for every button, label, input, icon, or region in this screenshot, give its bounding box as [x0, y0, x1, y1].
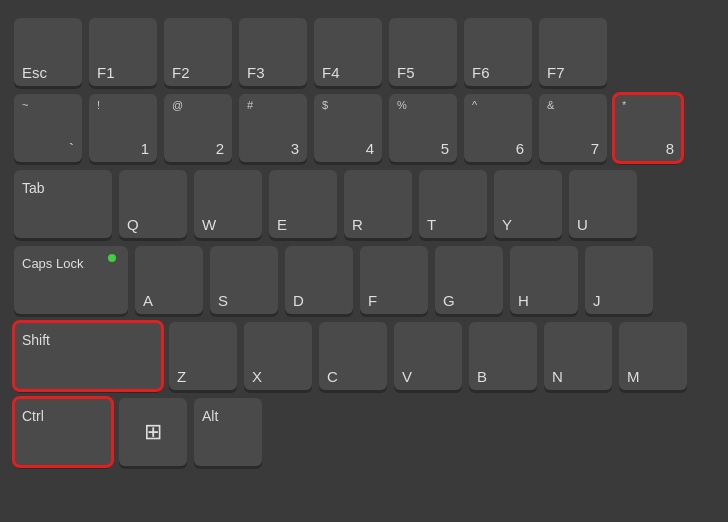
- key-q[interactable]: Q: [119, 170, 187, 238]
- key-w[interactable]: W: [194, 170, 262, 238]
- key-f4[interactable]: F4: [314, 18, 382, 86]
- key-capslock[interactable]: Caps Lock: [14, 246, 128, 314]
- key-f1[interactable]: F1: [89, 18, 157, 86]
- key-alt[interactable]: Alt: [194, 398, 262, 466]
- key-y[interactable]: Y: [494, 170, 562, 238]
- key-6[interactable]: ^ 6: [464, 94, 532, 162]
- key-j[interactable]: J: [585, 246, 653, 314]
- key-1[interactable]: ! 1: [89, 94, 157, 162]
- key-f5[interactable]: F5: [389, 18, 457, 86]
- caps-lock-indicator: [108, 254, 116, 262]
- key-g[interactable]: G: [435, 246, 503, 314]
- key-5[interactable]: % 5: [389, 94, 457, 162]
- key-v[interactable]: V: [394, 322, 462, 390]
- key-x[interactable]: X: [244, 322, 312, 390]
- key-3[interactable]: # 3: [239, 94, 307, 162]
- key-c[interactable]: C: [319, 322, 387, 390]
- key-r[interactable]: R: [344, 170, 412, 238]
- key-u[interactable]: U: [569, 170, 637, 238]
- asdf-row: Caps Lock A S D F G H J: [14, 246, 714, 314]
- key-d[interactable]: D: [285, 246, 353, 314]
- key-f[interactable]: F: [360, 246, 428, 314]
- function-row: Esc F1 F2 F3 F4 F5 F6 F7: [14, 18, 714, 86]
- key-f3[interactable]: F3: [239, 18, 307, 86]
- key-tab[interactable]: Tab: [14, 170, 112, 238]
- key-m[interactable]: M: [619, 322, 687, 390]
- keyboard: Esc F1 F2 F3 F4 F5 F6 F7 ~ ` ! 1: [0, 0, 728, 522]
- key-z[interactable]: Z: [169, 322, 237, 390]
- zxcv-row: Shift Z X C V B N M: [14, 322, 714, 390]
- number-row: ~ ` ! 1 @ 2 # 3 $ 4 % 5 ^ 6 & 7: [14, 94, 714, 162]
- qwerty-row: Tab Q W E R T Y U: [14, 170, 714, 238]
- key-esc[interactable]: Esc: [14, 18, 82, 86]
- bottom-row: Ctrl ⊞ Alt: [14, 398, 714, 466]
- key-2[interactable]: @ 2: [164, 94, 232, 162]
- key-t[interactable]: T: [419, 170, 487, 238]
- key-h[interactable]: H: [510, 246, 578, 314]
- key-f7[interactable]: F7: [539, 18, 607, 86]
- key-e[interactable]: E: [269, 170, 337, 238]
- key-f2[interactable]: F2: [164, 18, 232, 86]
- key-4[interactable]: $ 4: [314, 94, 382, 162]
- key-8[interactable]: * 8: [614, 94, 682, 162]
- key-f6[interactable]: F6: [464, 18, 532, 86]
- key-n[interactable]: N: [544, 322, 612, 390]
- key-shift[interactable]: Shift: [14, 322, 162, 390]
- key-ctrl[interactable]: Ctrl: [14, 398, 112, 466]
- key-7[interactable]: & 7: [539, 94, 607, 162]
- key-backtick[interactable]: ~ `: [14, 94, 82, 162]
- key-windows[interactable]: ⊞: [119, 398, 187, 466]
- key-b[interactable]: B: [469, 322, 537, 390]
- key-s[interactable]: S: [210, 246, 278, 314]
- key-a[interactable]: A: [135, 246, 203, 314]
